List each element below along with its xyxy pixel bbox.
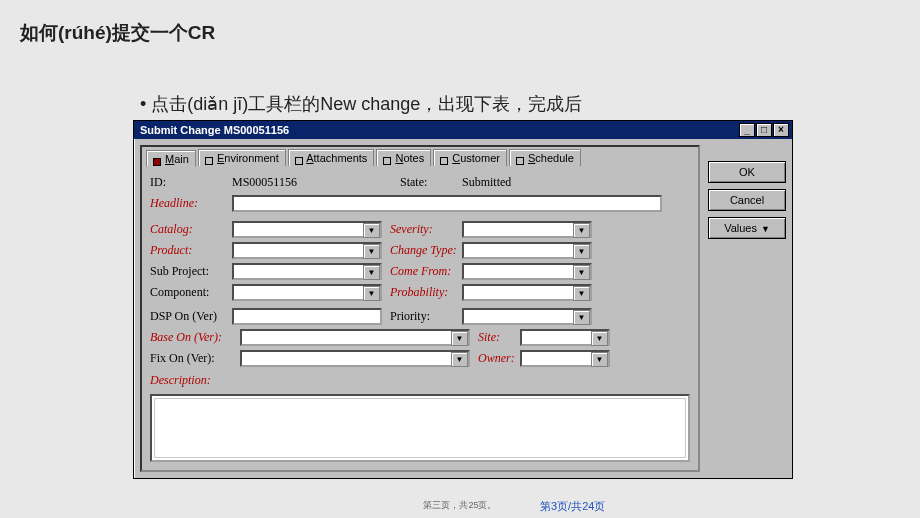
label-fix-on: Fix On (Ver): bbox=[150, 351, 240, 366]
label-come-from: Come From: bbox=[382, 264, 462, 279]
label-severity: Severity: bbox=[382, 222, 462, 237]
base-on-select[interactable] bbox=[240, 329, 470, 346]
cancel-button[interactable]: Cancel bbox=[708, 189, 786, 211]
priority-select[interactable] bbox=[462, 308, 592, 325]
tab-indicator-icon bbox=[383, 157, 391, 165]
tab-customer[interactable]: Customer bbox=[433, 149, 507, 166]
label-description: Description: bbox=[150, 373, 232, 388]
label-id: ID: bbox=[150, 175, 232, 190]
product-select[interactable] bbox=[232, 242, 382, 259]
tab-indicator-icon bbox=[295, 157, 303, 165]
form-area: Main Environment Attachments Notes Custo… bbox=[140, 145, 700, 472]
slide-title: 如何(rúhé)提交一个CR bbox=[20, 20, 215, 46]
dsp-on-input[interactable] bbox=[232, 308, 382, 325]
label-site: Site: bbox=[470, 330, 520, 345]
catalog-select[interactable] bbox=[232, 221, 382, 238]
value-state: Submitted bbox=[462, 175, 511, 190]
tab-main[interactable]: Main bbox=[146, 150, 196, 167]
footer-page-number: 第3页/共24页 bbox=[540, 499, 605, 514]
tab-attachments[interactable]: Attachments bbox=[288, 149, 375, 166]
tab-schedule[interactable]: Schedule bbox=[509, 149, 581, 166]
label-state: State: bbox=[392, 175, 462, 190]
label-priority: Priority: bbox=[382, 309, 462, 324]
probability-select[interactable] bbox=[462, 284, 592, 301]
fix-on-select[interactable] bbox=[240, 350, 470, 367]
tab-indicator-icon bbox=[516, 157, 524, 165]
form-grid: ID: MS00051156 State: Submitted Headline… bbox=[142, 166, 698, 470]
value-id: MS00051156 bbox=[232, 175, 392, 190]
site-select[interactable] bbox=[520, 329, 610, 346]
label-owner: Owner: bbox=[470, 351, 520, 366]
label-component: Component: bbox=[150, 285, 232, 300]
titlebar: Submit Change MS00051156 _ □ × bbox=[134, 121, 792, 139]
label-headline: Headline: bbox=[150, 196, 232, 211]
submit-change-dialog: Submit Change MS00051156 _ □ × Main Envi… bbox=[133, 120, 793, 479]
values-button[interactable]: Values▼ bbox=[708, 217, 786, 239]
description-textarea[interactable] bbox=[150, 394, 690, 462]
maximize-button[interactable]: □ bbox=[756, 123, 772, 137]
label-base-on: Base On (Ver): bbox=[150, 330, 240, 345]
chevron-down-icon: ▼ bbox=[761, 224, 770, 234]
headline-input[interactable] bbox=[232, 195, 662, 212]
close-button[interactable]: × bbox=[773, 123, 789, 137]
tab-notes[interactable]: Notes bbox=[376, 149, 431, 166]
tab-environment[interactable]: Environment bbox=[198, 149, 286, 166]
label-dsp-on: DSP On (Ver) bbox=[150, 309, 232, 324]
window-controls: _ □ × bbox=[739, 123, 789, 137]
tab-strip: Main Environment Attachments Notes Custo… bbox=[142, 147, 698, 166]
label-probability: Probability: bbox=[382, 285, 462, 300]
ok-button[interactable]: OK bbox=[708, 161, 786, 183]
label-product: Product: bbox=[150, 243, 232, 258]
come-from-select[interactable] bbox=[462, 263, 592, 280]
footer-small-text: 第三页，共25页。 bbox=[0, 499, 920, 512]
tab-indicator-icon bbox=[153, 158, 161, 166]
minimize-button[interactable]: _ bbox=[739, 123, 755, 137]
bullet-text: • 点击(diǎn jī)工具栏的New change，出现下表，完成后 bbox=[140, 92, 582, 116]
tab-indicator-icon bbox=[440, 157, 448, 165]
label-catalog: Catalog: bbox=[150, 222, 232, 237]
severity-select[interactable] bbox=[462, 221, 592, 238]
window-title: Submit Change MS00051156 bbox=[140, 124, 289, 136]
owner-select[interactable] bbox=[520, 350, 610, 367]
component-select[interactable] bbox=[232, 284, 382, 301]
label-sub-project: Sub Project: bbox=[150, 264, 232, 279]
change-type-select[interactable] bbox=[462, 242, 592, 259]
tab-indicator-icon bbox=[205, 157, 213, 165]
side-buttons: OK Cancel Values▼ bbox=[708, 145, 786, 472]
sub-project-select[interactable] bbox=[232, 263, 382, 280]
label-change-type: Change Type: bbox=[382, 243, 462, 258]
